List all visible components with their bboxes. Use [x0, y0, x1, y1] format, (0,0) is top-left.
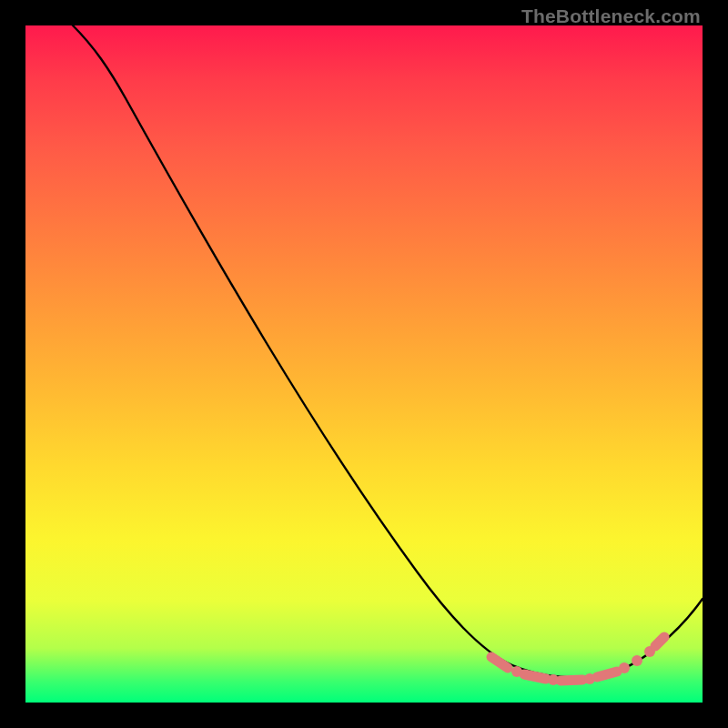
watermark-text: TheBottleneck.com — [521, 5, 701, 27]
bottleneck-curve — [73, 25, 703, 677]
marker-seg — [655, 637, 664, 646]
marker-dot — [619, 662, 630, 673]
plot-area — [25, 25, 703, 703]
optimal-band — [491, 637, 664, 685]
marker-dot — [632, 655, 642, 666]
marker-seg — [561, 680, 582, 681]
chart-svg — [25, 25, 703, 703]
marker-seg — [524, 674, 546, 679]
marker-seg — [597, 672, 617, 677]
chart-frame: TheBottleneck.com — [0, 0, 728, 728]
marker-seg — [491, 657, 508, 668]
